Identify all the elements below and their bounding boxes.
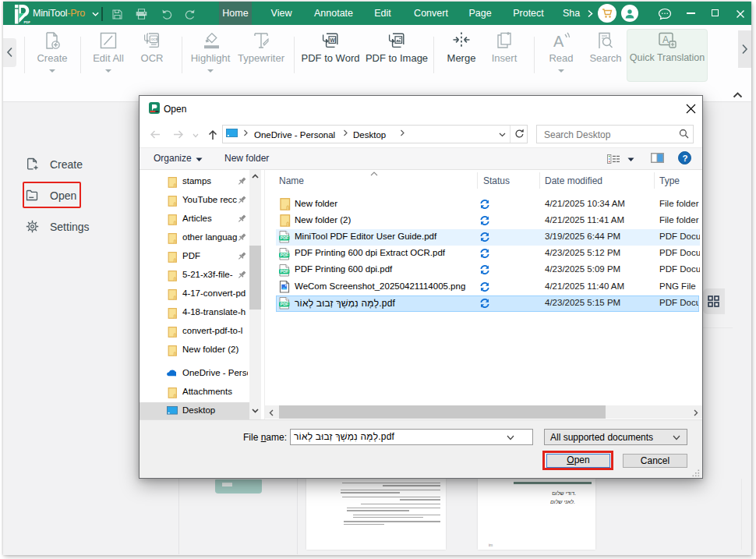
svg-text:OCR: OCR bbox=[151, 37, 158, 41]
svg-text:W: W bbox=[330, 37, 335, 43]
svg-text:PDF: PDF bbox=[24, 20, 31, 24]
svg-text:A: A bbox=[553, 33, 564, 50]
svg-text:A: A bbox=[662, 34, 669, 45]
